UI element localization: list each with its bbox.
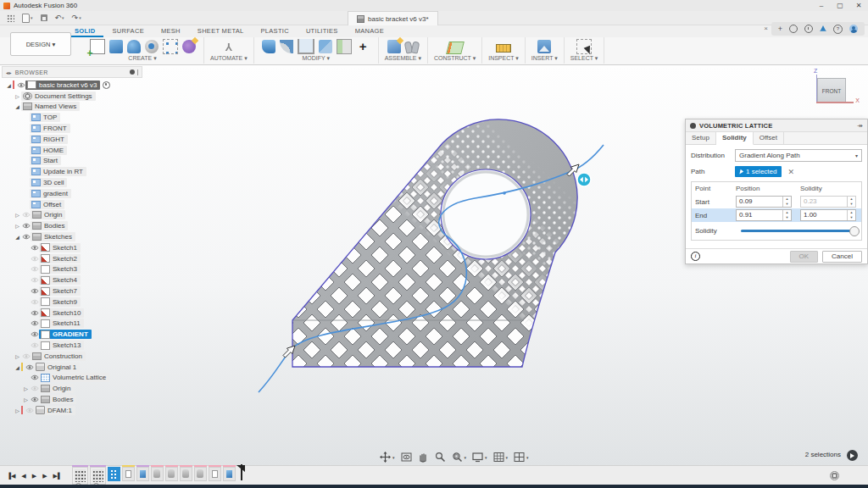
timeline-item-form[interactable] xyxy=(194,467,207,481)
design-menu-button[interactable]: DESIGN ▾ xyxy=(10,32,71,56)
eye-icon[interactable] xyxy=(30,277,39,283)
look-at-icon[interactable] xyxy=(401,452,412,463)
tree-item[interactable]: Sketch2 xyxy=(39,254,81,263)
tree-item[interactable]: Update in RT xyxy=(30,167,86,176)
move-icon[interactable] xyxy=(356,40,370,53)
group-label[interactable]: ASSEMBLE ▾ xyxy=(385,55,421,62)
start-solidity-field[interactable]: 0.23 ▲▼ xyxy=(800,196,856,208)
viewport-canvas[interactable]: ◂▸ BROWSER ◢basic bracket v6 v3▷Document… xyxy=(0,65,868,465)
eye-icon[interactable] xyxy=(30,266,39,272)
eye-icon[interactable] xyxy=(30,385,39,391)
group-label[interactable]: MODIFY ▾ xyxy=(302,55,330,62)
save-icon[interactable] xyxy=(41,14,47,21)
app-grid-icon[interactable] xyxy=(7,14,14,22)
eye-icon[interactable] xyxy=(30,299,39,305)
dialog-tab-setup[interactable]: Setup xyxy=(686,132,716,144)
extrude-icon[interactable] xyxy=(109,40,123,53)
go-to-start-icon[interactable]: ▐◀ xyxy=(7,473,15,480)
tab-utilities[interactable]: UTILITIES xyxy=(298,25,347,37)
tree-item[interactable]: gradient xyxy=(30,189,71,198)
offsetface-icon[interactable] xyxy=(337,39,352,54)
tree-item[interactable]: FRONT xyxy=(30,124,70,133)
eye-icon[interactable] xyxy=(30,288,39,294)
revolve-icon[interactable] xyxy=(127,40,141,53)
help-icon[interactable]: ? xyxy=(833,25,843,34)
eye-icon[interactable] xyxy=(30,245,39,251)
notifications-icon[interactable] xyxy=(820,25,826,32)
form-icon[interactable] xyxy=(182,40,196,53)
expand-icon[interactable]: ▷ xyxy=(14,93,21,99)
expand-icon[interactable]: ◢ xyxy=(5,82,13,88)
expand-icon[interactable]: ▷ xyxy=(14,223,21,229)
timeline-item-form[interactable] xyxy=(180,467,192,481)
expand-icon[interactable]: ▷ xyxy=(22,396,30,402)
timeline-item-group[interactable] xyxy=(90,467,106,485)
tree-row-home[interactable]: HOME xyxy=(2,145,142,156)
tree-row-sketches[interactable]: ◢Sketches xyxy=(2,231,142,242)
eye-icon[interactable] xyxy=(25,408,34,413)
tree-item[interactable]: Sketch13 xyxy=(39,341,84,350)
pan-icon[interactable] xyxy=(418,452,429,463)
recent-activity-icon[interactable] xyxy=(804,25,813,33)
document-tab[interactable]: basic bracket v6 v3* xyxy=(348,11,438,25)
eye-icon[interactable] xyxy=(30,396,39,402)
timeline-item-sketch[interactable] xyxy=(122,467,135,481)
tree-row-3d-cell[interactable]: 3D cell xyxy=(2,177,142,188)
tree-row-document-settings[interactable]: ▷Document Settings xyxy=(2,91,142,102)
end-solidity-field[interactable]: 1.00 ▲▼ xyxy=(800,209,856,221)
tab-plastic[interactable]: PLASTIC xyxy=(253,25,298,37)
dock-icon[interactable]: ↠ xyxy=(857,122,863,130)
ok-button[interactable]: OK xyxy=(790,251,819,263)
dialog-header[interactable]: VOLUMETRIC LATTICE ↠ xyxy=(686,119,867,132)
eye-icon[interactable] xyxy=(16,82,25,88)
tree-item[interactable]: Offset xyxy=(30,200,64,209)
table-row-end[interactable]: End 0.91 ▲▼ 1.00 ▲▼ xyxy=(692,208,861,222)
timeline-item-form[interactable] xyxy=(165,467,178,481)
timeline-settings-icon[interactable] xyxy=(830,471,839,480)
tree-item[interactable]: RIGHT xyxy=(30,135,68,144)
combine-icon[interactable] xyxy=(319,40,332,53)
tree-row-sketch7[interactable]: Sketch7 xyxy=(2,286,142,297)
create-sketch-icon[interactable] xyxy=(90,39,105,54)
eye-icon[interactable] xyxy=(21,234,31,240)
tree-row-start[interactable]: Start xyxy=(2,156,142,167)
tree-row-sketch9[interactable]: Sketch9 xyxy=(2,297,142,308)
newcomp-icon[interactable] xyxy=(387,40,401,53)
tree-item[interactable]: Volumetric Lattice xyxy=(39,373,109,382)
tree-row-sketch4[interactable]: Sketch4 xyxy=(2,274,142,286)
tree-row-top[interactable]: TOP xyxy=(2,112,142,123)
step-back-icon[interactable]: ◀ xyxy=(21,473,25,480)
expand-icon[interactable]: ▷ xyxy=(14,212,21,218)
go-to-end-icon[interactable]: ▶▌ xyxy=(53,473,62,480)
timeline-item-extrude[interactable] xyxy=(136,467,149,481)
end-position-field[interactable]: 0.91 ▲▼ xyxy=(736,209,792,221)
timeline-item-extrude[interactable] xyxy=(223,467,236,481)
expand-icon[interactable]: ◢ xyxy=(14,103,21,109)
file-menu-icon[interactable]: ▾ xyxy=(22,14,33,23)
eye-icon[interactable] xyxy=(21,223,31,229)
select-icon[interactable] xyxy=(576,39,592,54)
timeline-item-marker[interactable] xyxy=(237,467,244,480)
slider-knob[interactable] xyxy=(849,226,860,236)
tree-item[interactable]: Bodies xyxy=(39,395,76,404)
expand-icon[interactable]: ▷ xyxy=(14,408,21,413)
presspull-icon[interactable] xyxy=(262,40,275,53)
eye-icon[interactable] xyxy=(21,212,31,218)
group-label[interactable]: CONSTRUCT ▾ xyxy=(434,55,476,62)
image-icon[interactable] xyxy=(537,40,551,53)
tree-item[interactable]: HOME xyxy=(30,146,67,155)
tree-item[interactable]: basic bracket v6 v3 xyxy=(25,80,100,90)
eye-icon[interactable] xyxy=(30,320,39,326)
tree-row-sketch3[interactable]: Sketch3 xyxy=(2,264,142,275)
group-label[interactable]: INSPECT ▾ xyxy=(488,55,519,62)
plane-icon[interactable] xyxy=(446,42,465,54)
tree-row-front[interactable]: FRONT xyxy=(2,123,142,134)
tree-item[interactable]: Sketch11 xyxy=(39,319,84,328)
tree-item[interactable]: Named Views xyxy=(21,102,80,111)
expand-icon[interactable]: ◢ xyxy=(14,364,21,370)
tree-row-update-in-rt[interactable]: Update in RT xyxy=(2,166,142,177)
tree-row-sketch11[interactable]: Sketch11 xyxy=(2,319,142,330)
tree-item[interactable]: Bodies xyxy=(31,221,68,230)
cancel-button[interactable]: Cancel xyxy=(822,251,862,263)
distribution-select[interactable]: Gradient Along Path ▾ xyxy=(735,149,862,162)
